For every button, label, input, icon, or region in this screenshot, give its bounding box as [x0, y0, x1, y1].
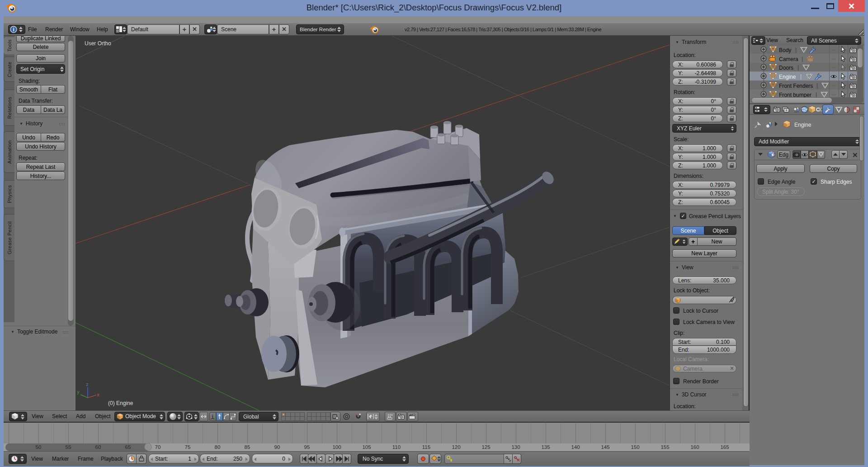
svg-text:User Ortho: User Ortho	[85, 40, 111, 47]
svg-text:z: z	[86, 382, 89, 387]
svg-text:i: i	[13, 27, 14, 32]
svg-text:(0) Engine: (0) Engine	[108, 400, 133, 406]
svg-text:x: x	[97, 392, 99, 397]
svg-text:y: y	[77, 390, 80, 395]
